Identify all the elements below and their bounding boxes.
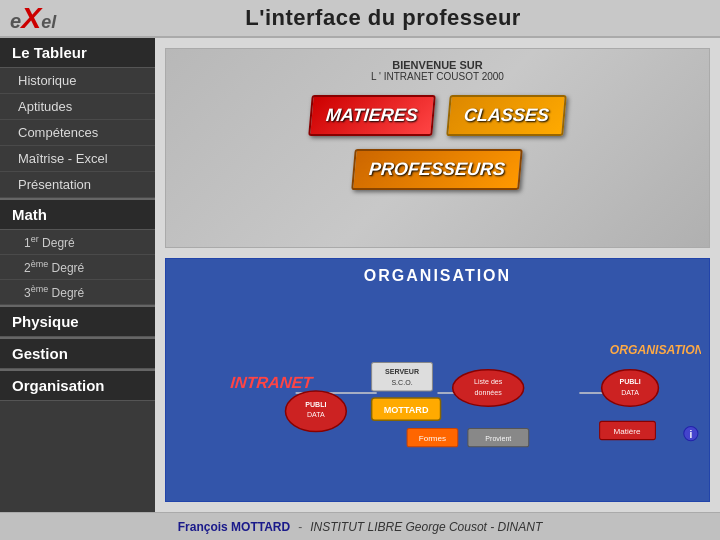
sidebar-item-competences[interactable]: Compétences — [0, 120, 155, 146]
welcome-buttons: MATIERES CLASSES — [176, 95, 699, 136]
logo-el: el — [41, 12, 56, 33]
sidebar-item-2eme-degre[interactable]: 2ème Degré — [0, 255, 155, 280]
main-layout: Le Tableur Historique Aptitudes Compéten… — [0, 38, 720, 512]
svg-text:i: i — [689, 429, 692, 440]
organisation-area: ORGANISATION INTRANET SERVEUR S.C.O. — [165, 258, 710, 502]
svg-text:SERVEUR: SERVEUR — [385, 368, 419, 376]
sidebar-category-physique: Physique — [0, 305, 155, 337]
svg-text:Formes: Formes — [419, 434, 446, 443]
sidebar-category-math: Math — [0, 198, 155, 230]
welcome-area: BIENVENUE SUR L ' INTRANET COUSOT 2000 M… — [165, 48, 710, 248]
footer-name: François MOTTARD — [178, 520, 290, 534]
sidebar-item-1er-degre[interactable]: 1er Degré — [0, 230, 155, 255]
btn-classes[interactable]: CLASSES — [447, 95, 568, 136]
svg-text:DATA: DATA — [621, 389, 639, 397]
sidebar-category-gestion: Gestion — [0, 337, 155, 369]
svg-text:ORGANISATION: ORGANISATION — [610, 343, 701, 357]
logo-x: X — [21, 1, 41, 35]
sidebar-category-organisation: Organisation — [0, 369, 155, 401]
btn-professeurs[interactable]: PROFESSEURS — [352, 149, 524, 190]
logo: e X el — [10, 1, 56, 35]
svg-text:PUBLI: PUBLI — [619, 378, 640, 386]
svg-text:MOTTARD: MOTTARD — [384, 405, 429, 415]
svg-text:S.C.O.: S.C.O. — [391, 379, 412, 387]
sidebar-item-maitrise[interactable]: Maîtrise - Excel — [0, 146, 155, 172]
footer-institution: INSTITUT LIBRE George Cousot - DINANT — [310, 520, 542, 534]
sidebar-item-historique[interactable]: Historique — [0, 68, 155, 94]
svg-text:Matière: Matière — [614, 427, 641, 436]
sidebar-item-presentation[interactable]: Présentation — [0, 172, 155, 198]
svg-text:INTRANET: INTRANET — [230, 373, 316, 391]
svg-point-19 — [602, 370, 659, 406]
content-area: BIENVENUE SUR L ' INTRANET COUSOT 2000 M… — [155, 38, 720, 512]
svg-text:DATA: DATA — [307, 411, 325, 419]
btn-matieres[interactable]: MATIERES — [308, 95, 435, 136]
top-bar: e X el L'interface du professeur — [0, 0, 720, 38]
page-title: L'interface du professeur — [56, 5, 710, 31]
footer: François MOTTARD - INSTITUT LIBRE George… — [0, 512, 720, 540]
svg-text:PUBLI: PUBLI — [305, 401, 326, 409]
sidebar-item-aptitudes[interactable]: Aptitudes — [0, 94, 155, 120]
svg-text:Provient: Provient — [485, 435, 511, 443]
sidebar-item-3eme-degre[interactable]: 3ème Degré — [0, 280, 155, 305]
org-title: ORGANISATION — [364, 267, 511, 285]
svg-text:Liste des: Liste des — [474, 378, 503, 386]
welcome-row2: PROFESSEURS — [176, 144, 699, 190]
welcome-bg: BIENVENUE SUR L ' INTRANET COUSOT 2000 M… — [166, 49, 709, 247]
svg-point-12 — [453, 370, 524, 406]
sidebar: Le Tableur Historique Aptitudes Compéten… — [0, 38, 155, 512]
intranet-text: L ' INTRANET COUSOT 2000 — [176, 71, 699, 82]
sidebar-section-tableur: Le Tableur — [0, 38, 155, 68]
bienvenue-text: BIENVENUE SUR — [176, 59, 699, 71]
org-diagram: INTRANET SERVEUR S.C.O. MOTTARD PUBLI — [174, 293, 701, 493]
logo-e: e — [10, 10, 21, 33]
footer-separator: - — [298, 520, 302, 534]
svg-text:données: données — [475, 389, 503, 397]
